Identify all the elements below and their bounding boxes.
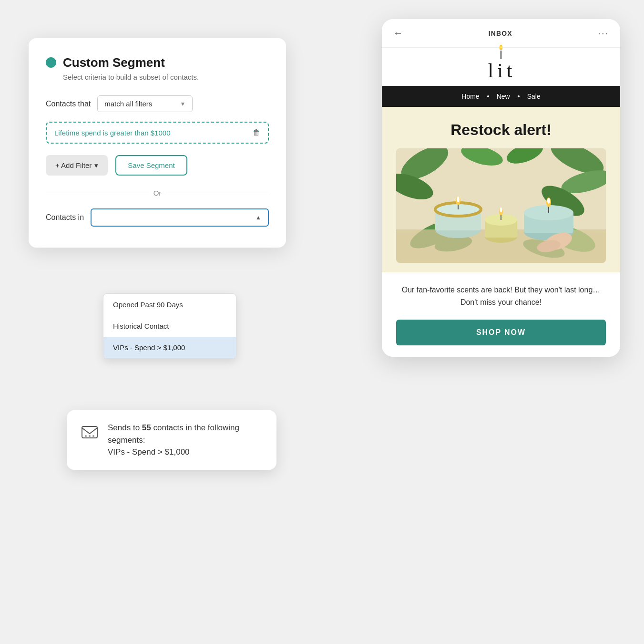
filter-type-select[interactable]: match all filters ▼ [97,95,193,112]
inbox-title: INBOX [489,30,512,37]
contacts-in-label: Contacts in [46,213,84,222]
nav-item-sale: Sale [527,93,541,100]
filter-select-value: match all filters [104,100,175,108]
send-info-icon [80,423,99,446]
send-info-text: Sends to 55 contacts in the following se… [108,422,263,458]
nav-item-home: Home [461,93,479,100]
dropdown-item-historical[interactable]: Historical Contact [103,315,236,337]
nav-dot-1 [487,95,489,97]
segment-title: Custom Segment [63,55,199,70]
dropdown-item-opened[interactable]: Opened Past 90 Days [103,294,236,315]
svg-point-29 [500,208,502,212]
hero-title: Restock alert! [396,121,606,139]
send-info-count: 55 [142,423,151,432]
contacts-that-label: Contacts that [46,100,91,108]
mobile-email-header: ← INBOX ··· [382,19,620,48]
or-divider: Or [46,189,269,197]
svg-point-35 [547,198,550,204]
or-text: Or [153,189,162,197]
actions-row: + Add Filter ▾ Save Segment [46,155,269,176]
filter-tag: Lifetime spend is greater than $1000 🗑 [46,122,269,144]
send-info-prefix: Sends to [108,423,142,432]
email-hero: Restock alert! [382,107,620,272]
svg-point-1 [85,435,87,437]
dropdown-menu: Opened Past 90 Days Historical Contact V… [103,293,236,359]
contacts-in-row: Contacts in ▲ [46,208,269,227]
dropdown-item-vips[interactable]: VIPs - Spend > $1,000 [103,337,236,358]
nav-item-new: New [497,93,510,100]
segment-header: Custom Segment Select criteria to build … [46,55,269,82]
svg-point-3 [92,435,94,437]
send-info-segment-name: VIPs - Spend > $1,000 [108,447,190,457]
more-options-button[interactable]: ··· [598,28,609,39]
shop-now-label: SHOP NOW [476,328,526,336]
email-body: Our fan-favorite scents are back! But th… [382,272,620,357]
filter-tag-text: Lifetime spend is greater than $1000 [54,129,171,137]
add-filter-button[interactable]: + Add Filter ▾ [46,155,108,176]
chevron-down-icon: ▼ [180,101,185,107]
delete-filter-icon[interactable]: 🗑 [253,128,260,137]
email-body-text: Our fan-favorite scents are back! But th… [396,284,606,308]
save-segment-button[interactable]: Save Segment [115,155,187,176]
shop-now-button[interactable]: SHOP NOW [396,320,606,345]
send-info-card: Sends to 55 contacts in the following se… [67,410,276,470]
svg-point-23 [457,197,460,202]
email-brand: l i t [382,48,620,86]
email-nav: Home New Sale [382,86,620,107]
candle-in-logo: i [497,59,505,82]
segment-status-dot [46,57,56,68]
save-segment-label: Save Segment [128,161,174,169]
chevron-up-icon: ▲ [256,214,261,221]
add-filter-label: + Add Filter [55,161,92,169]
brand-name: l [488,59,495,82]
nav-dot-2 [518,95,520,97]
segment-panel: Custom Segment Select criteria to build … [29,38,286,248]
back-button[interactable]: ← [393,28,403,39]
brand-logo: l i t [391,59,611,82]
contacts-that-row: Contacts that match all filters ▼ [46,95,269,112]
segment-subtitle: Select criteria to build a subset of con… [63,72,199,82]
chevron-down-icon: ▾ [94,161,98,170]
brand-name-end: t [507,59,514,82]
contacts-in-select[interactable]: ▲ [91,208,269,227]
product-image [396,148,606,263]
svg-point-2 [89,435,91,437]
mobile-email-panel: ← INBOX ··· l i t Home New Sale Restock … [382,19,620,357]
